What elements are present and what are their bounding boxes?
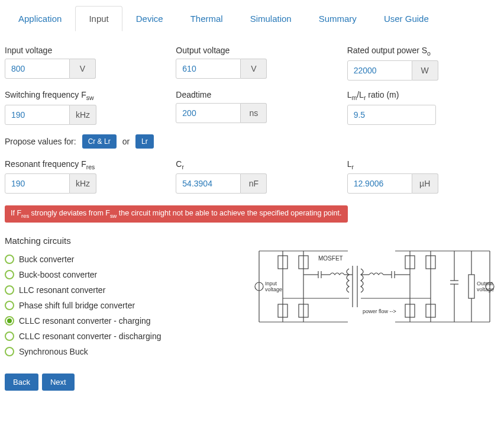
tab-summary[interactable]: Summary [305,6,370,31]
switching-frequency-label: Switching frequency Fsw [5,90,157,101]
tab-device[interactable]: Device [122,6,177,31]
unit-ns: ns [241,103,267,123]
diagram-powerflow-label: power flow --> [363,308,396,314]
unit-uh: µH [412,173,438,194]
lr-field[interactable] [347,173,412,194]
diagram-input-label-2: voltage [265,286,282,292]
propose-cr-lr-button[interactable]: Cr & Lr [82,134,117,149]
circuit-option-1[interactable]: Buck-boost converter [5,267,230,282]
circuit-option-3[interactable]: Phase shift full bridge converter [5,298,230,313]
lm-lr-ratio-field[interactable] [347,105,436,125]
switching-frequency-field[interactable] [5,105,70,125]
circuit-option-label: LLC resonant converter [19,285,105,295]
rated-output-power-label: Rated output power So [347,46,499,57]
unit-v: V [70,59,96,79]
circuit-option-label: Synchronous Buck [19,347,88,356]
cr-label: Cr [176,159,328,170]
radio-icon [5,301,14,310]
input-voltage-field[interactable] [5,59,70,79]
radio-icon [5,270,14,279]
unit-khz: kHz [70,173,96,194]
lr-label: Lr [347,159,499,170]
svg-rect-36 [469,275,474,298]
circuit-option-label: CLLC resonant converter - discharging [19,331,161,341]
diagram-output-label-1: Output [477,281,493,286]
circuit-option-label: Buck-boost converter [19,270,97,279]
circuit-option-2[interactable]: LLC resonant converter [5,282,230,298]
output-voltage-field[interactable] [176,59,241,79]
radio-icon [5,285,14,295]
input-voltage-label: Input voltage [5,46,157,55]
unit-nf: nF [241,173,267,194]
propose-lr-button[interactable]: Lr [135,134,154,149]
circuit-option-5[interactable]: CLLC resonant converter - discharging [5,329,230,344]
tabs-bar: ApplicationInputDeviceThermalSimulationS… [5,6,499,31]
resonant-frequency-label: Resonant frequency Fres [5,159,157,170]
diagram-mosfet-label: MOSFET [318,255,343,262]
tab-input[interactable]: Input [75,6,122,31]
propose-label: Propose values for: [5,137,76,146]
tab-simulation[interactable]: Simulation [237,6,305,31]
deadtime-field[interactable] [176,103,241,123]
unit-v: V [241,59,267,79]
diagram-output-label-2: voltage [477,286,494,292]
radio-icon [5,255,14,264]
diagram-input-label-1: Input [265,281,277,286]
unit-khz: kHz [70,105,96,125]
tab-user-guide[interactable]: User Guide [370,6,442,31]
unit-w: W [412,60,438,81]
cr-field[interactable] [176,173,241,194]
tab-application[interactable]: Application [5,6,75,31]
matching-circuits-title: Matching circuits [5,236,230,246]
circuit-diagram: MOSFET Input voltage Output voltage powe… [244,236,504,339]
back-button[interactable]: Back [5,374,38,391]
circuit-option-label: CLLC resonant converter - charging [19,316,151,326]
radio-icon [5,347,14,356]
circuit-option-label: Phase shift full bridge converter [19,301,135,310]
circuit-option-6[interactable]: Synchronous Buck [5,344,230,359]
propose-or-text: or [122,137,130,146]
circuit-option-4[interactable]: CLLC resonant converter - charging [5,313,230,329]
tab-thermal[interactable]: Thermal [177,6,237,31]
radio-icon [5,331,14,341]
next-button[interactable]: Next [42,374,75,391]
circuit-option-0[interactable]: Buck converter [5,252,230,267]
warning-alert: If Fres strongly deviates from Fsw the c… [5,205,348,223]
rated-output-power-field[interactable] [347,60,412,81]
resonant-frequency-field[interactable] [5,173,70,194]
lm-lr-ratio-label: Lm/Lr ratio (m) [347,90,499,101]
deadtime-label: Deadtime [176,90,328,99]
radio-icon [5,316,14,326]
output-voltage-label: Output voltage [176,46,328,55]
circuit-option-label: Buck converter [19,255,74,264]
